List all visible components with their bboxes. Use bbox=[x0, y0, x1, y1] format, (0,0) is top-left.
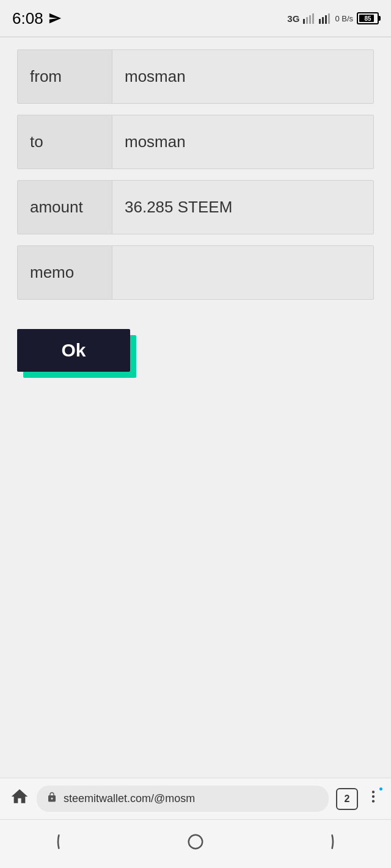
browser-home-icon[interactable] bbox=[10, 787, 29, 811]
bottom-nav bbox=[0, 819, 391, 868]
browser-url-bar[interactable]: steemitwallet.com/@mosm bbox=[37, 786, 329, 812]
status-bar: 6:08 3G 0 B/s 85 bbox=[0, 0, 391, 37]
amount-value: 36.285 STEEM bbox=[112, 181, 373, 234]
svg-rect-4 bbox=[319, 19, 321, 24]
status-icons: 3G 0 B/s 85 bbox=[287, 12, 379, 24]
status-time: 6:08 bbox=[12, 9, 62, 28]
signal-icon-1 bbox=[303, 13, 315, 24]
battery-level: 85 bbox=[358, 15, 378, 22]
svg-rect-0 bbox=[303, 19, 305, 24]
svg-rect-7 bbox=[328, 13, 330, 24]
back-nav-icon[interactable] bbox=[56, 832, 75, 856]
memo-label: memo bbox=[18, 246, 112, 299]
time-display: 6:08 bbox=[12, 9, 43, 28]
svg-point-8 bbox=[372, 790, 375, 793]
url-text: steemitwallet.com/@mosm bbox=[64, 792, 195, 805]
from-value: mosman bbox=[112, 50, 373, 103]
browser-bar: steemitwallet.com/@mosm 2 bbox=[0, 778, 391, 819]
svg-point-11 bbox=[189, 835, 203, 849]
svg-rect-1 bbox=[306, 17, 308, 24]
data-speed: 0 B/s bbox=[335, 14, 353, 23]
amount-row: amount 36.285 STEEM bbox=[17, 180, 374, 234]
tabs-button[interactable]: 2 bbox=[336, 788, 358, 810]
lock-icon bbox=[46, 792, 57, 806]
ok-button-container: Ok bbox=[17, 329, 130, 372]
to-label: to bbox=[18, 115, 112, 168]
svg-rect-5 bbox=[322, 17, 324, 24]
from-row: from mosman bbox=[17, 49, 374, 104]
send-icon bbox=[48, 12, 62, 25]
svg-rect-3 bbox=[312, 13, 314, 24]
svg-rect-2 bbox=[309, 15, 311, 24]
battery-icon: 85 bbox=[357, 12, 379, 24]
more-menu-button[interactable] bbox=[365, 789, 381, 809]
to-value: mosman bbox=[112, 115, 373, 168]
signal-icon-2 bbox=[319, 13, 331, 24]
svg-point-9 bbox=[372, 795, 375, 798]
main-content: from mosman to mosman amount 36.285 STEE… bbox=[0, 37, 391, 384]
network-type: 3G bbox=[287, 13, 299, 24]
from-label: from bbox=[18, 50, 112, 103]
svg-rect-6 bbox=[325, 15, 327, 24]
amount-label: amount bbox=[18, 181, 112, 234]
home-nav-icon[interactable] bbox=[186, 833, 205, 855]
ok-button[interactable]: Ok bbox=[17, 329, 130, 372]
memo-value bbox=[112, 246, 373, 299]
svg-point-10 bbox=[372, 800, 375, 802]
to-row: to mosman bbox=[17, 115, 374, 169]
memo-row: memo bbox=[17, 245, 374, 300]
notification-dot bbox=[379, 787, 382, 790]
recent-nav-icon[interactable] bbox=[316, 832, 335, 856]
